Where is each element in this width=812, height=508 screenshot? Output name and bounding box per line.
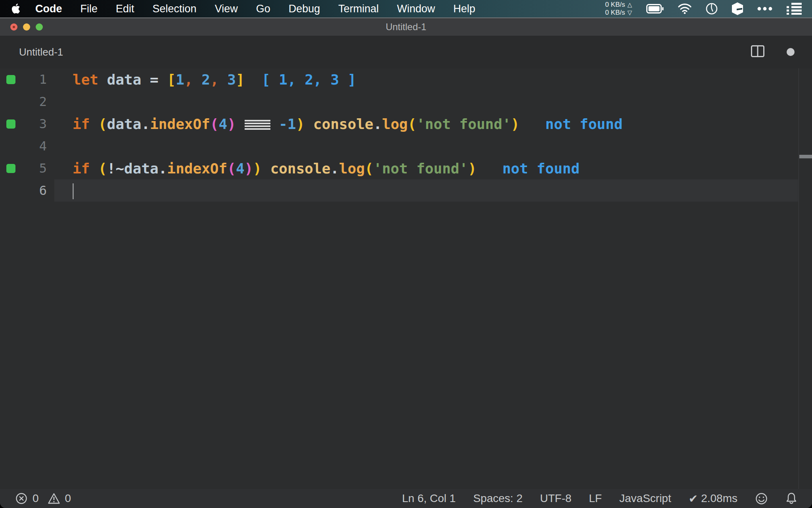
more-dots-icon[interactable] [757,7,772,11]
code-editor[interactable]: 1let data = [1, 2, 3] [ 1, 2, 3 ]23if (d… [0,68,812,489]
close-window-button[interactable] [10,23,17,31]
token-b2: ) [227,116,236,132]
status-bar: 0 0 [0,489,812,508]
token-txt [262,160,270,177]
code-line-2[interactable]: 2 [0,90,812,113]
gutter[interactable] [0,75,22,84]
code-text: let data = [1, 2, 3] [ 1, 2, 3 ] [47,71,356,88]
clock-icon[interactable] [706,3,718,15]
token-b1: ) [253,160,262,177]
token-kw: if [73,116,90,132]
token-b1: ) [296,116,305,132]
inline-result: not found [477,160,580,177]
status-item-label: Ln 6, Col 1 [402,492,456,505]
token-txt [219,71,228,88]
token-var: data [107,116,142,132]
unsaved-changes-dot[interactable] [787,48,795,56]
gutter[interactable] [0,119,22,129]
token-fn: indexOf [167,160,227,177]
token-var: data [124,160,159,177]
menu-item-terminal[interactable]: Terminal [329,3,388,15]
tab-untitled-1[interactable]: Untitled-1 [19,46,63,58]
menu-item-code[interactable]: Code [26,3,71,15]
token-b1: ( [408,116,416,132]
list-icon[interactable] [787,3,802,15]
line-number: 4 [22,139,47,154]
token-b2: ) [245,160,253,177]
token-num: 2 [201,71,210,88]
token-var: data [107,71,142,88]
menu-item-selection[interactable]: Selection [144,3,206,15]
cube-icon[interactable] [732,2,743,15]
status-right-items: Ln 6, Col 1Spaces: 2UTF-8LFJavaScript✔2.… [402,492,798,505]
code-line-6[interactable]: 6 [0,179,812,202]
coverage-marker-icon [6,119,15,129]
token-num: -1 [279,116,296,132]
warnings-icon [48,492,60,505]
token-txt [193,71,202,88]
menu-items: CodeFileEditSelectionViewGoDebugTerminal… [26,3,485,15]
token-b1: ( [98,116,107,132]
status-item-utf-8[interactable]: UTF-8 [540,492,571,505]
line-number: 2 [22,94,47,109]
status-item-ln-6-col-1[interactable]: Ln 6, Col 1 [402,492,456,505]
errors-icon [15,492,28,505]
token-b1: ( [365,160,373,177]
problems-indicator[interactable]: 0 0 [15,492,75,505]
wifi-icon[interactable] [678,4,691,14]
status-item-javascript[interactable]: JavaScript [619,492,671,505]
code-line-4[interactable]: 4 [0,135,812,157]
token-b1: ) [511,116,520,132]
token-op: . [159,160,167,177]
minimize-window-button[interactable] [23,23,30,31]
window-titlebar[interactable]: Untitled-1 [0,17,812,36]
window-title: Untitled-1 [0,21,812,33]
token-op: = [150,71,159,88]
network-speed-indicator[interactable]: 0 KB/s△ 0 KB/s▽ [605,1,632,17]
editor-tabbar: Untitled-1 [0,36,812,68]
token-txt [270,116,279,132]
code-line-1[interactable]: 1let data = [1, 2, 3] [ 1, 2, 3 ] [0,68,812,90]
line-number: 3 [22,116,47,131]
status-item-lf[interactable]: LF [589,492,602,505]
token-fn: log [339,160,365,177]
menu-item-help[interactable]: Help [444,3,485,15]
token-b1: ) [468,160,477,177]
status-item-label: 2.08ms [701,492,737,505]
code-line-3[interactable]: 3if (data.indexOf(4) === -1) console.log… [0,113,812,135]
token-obj: console [313,116,373,132]
overview-ruler[interactable] [799,68,812,489]
check-icon: ✔ [689,492,698,505]
line-number: 1 [22,72,47,87]
notifications-bell-icon[interactable] [785,492,798,505]
split-editor-icon[interactable] [751,45,764,59]
code-text [47,182,73,199]
code-text: if (!~data.indexOf(4)) console.log('not … [47,160,580,177]
menu-item-debug[interactable]: Debug [280,3,329,15]
traffic-lights [10,23,43,31]
menu-item-go[interactable]: Go [247,3,280,15]
inline-result: not found [519,116,622,132]
status-item-2-08ms[interactable]: ✔2.08ms [689,492,737,505]
battery-icon[interactable] [646,4,664,13]
gutter[interactable] [0,164,22,173]
line-number: 6 [22,183,47,198]
overview-ruler-mark [799,155,812,158]
code-line-5[interactable]: 5if (!~data.indexOf(4)) console.log('not… [0,157,812,179]
token-op: . [373,116,382,132]
apple-icon[interactable] [11,3,21,14]
menu-item-window[interactable]: Window [388,3,444,15]
code-text: if (data.indexOf(4) === -1) console.log(… [47,116,622,132]
menu-item-view[interactable]: View [206,3,247,15]
status-item-label: JavaScript [619,492,671,505]
token-op: . [330,160,339,177]
line-number: 5 [22,161,47,176]
status-item-spaces-2[interactable]: Spaces: 2 [473,492,523,505]
menu-item-edit[interactable]: Edit [107,3,144,15]
feedback-smiley-icon[interactable] [755,492,768,505]
zoom-window-button[interactable] [36,23,43,31]
token-kw: if [73,160,90,177]
menu-item-file[interactable]: File [71,3,107,15]
code-lines: 1let data = [1, 2, 3] [ 1, 2, 3 ]23if (d… [0,68,812,202]
editor-actions [751,45,795,59]
